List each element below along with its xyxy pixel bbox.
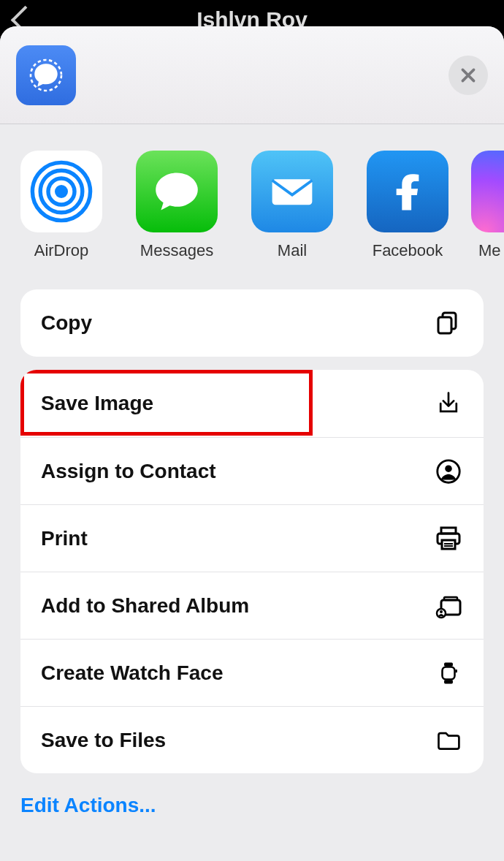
svg-point-18 (440, 610, 443, 613)
printer-icon (434, 524, 463, 553)
share-target-messages[interactable]: Messages (136, 151, 218, 260)
action-label: Save Image (41, 392, 153, 415)
share-target-label: Messages (140, 241, 213, 260)
action-label: Copy (41, 311, 92, 335)
facebook-icon (367, 151, 448, 232)
share-target-mail[interactable]: Mail (251, 151, 333, 260)
svg-point-1 (55, 185, 68, 198)
signal-app-icon (16, 45, 76, 105)
action-label: Create Watch Face (41, 661, 224, 685)
share-target-messenger[interactable]: Me (482, 151, 504, 260)
share-target-airdrop[interactable]: AirDrop (20, 151, 102, 260)
download-icon (434, 389, 463, 418)
svg-rect-20 (444, 662, 453, 666)
action-assign-to-contact[interactable]: Assign to Contact (20, 437, 484, 504)
edit-actions-button[interactable]: Edit Actions... (0, 773, 504, 817)
copy-icon (434, 308, 463, 338)
contact-icon (434, 457, 463, 486)
watch-icon (434, 659, 463, 688)
share-target-label: Mail (278, 241, 307, 260)
svg-rect-21 (444, 680, 453, 683)
mail-icon (251, 151, 333, 232)
messages-icon (136, 151, 218, 232)
messenger-icon (471, 151, 504, 232)
edit-actions-label: Edit Actions... (20, 794, 156, 816)
svg-rect-22 (455, 669, 457, 672)
svg-point-9 (445, 465, 452, 472)
action-print[interactable]: Print (20, 504, 484, 572)
svg-rect-19 (443, 667, 455, 679)
shared-album-icon (434, 591, 463, 621)
action-save-to-files[interactable]: Save to Files (20, 706, 484, 773)
share-target-label: AirDrop (34, 241, 89, 260)
action-label: Assign to Contact (41, 460, 216, 483)
action-label: Add to Shared Album (41, 594, 249, 618)
share-target-label: Me (478, 241, 504, 260)
folder-icon (434, 726, 463, 755)
action-label: Save to Files (41, 729, 166, 752)
close-icon (459, 66, 478, 85)
action-add-to-shared-album[interactable]: Add to Shared Album (20, 572, 484, 639)
action-save-image[interactable]: Save Image (20, 370, 484, 437)
action-create-watch-face[interactable]: Create Watch Face (20, 639, 484, 706)
share-target-facebook[interactable]: Facebook (367, 151, 448, 260)
action-label: Print (41, 527, 88, 550)
svg-rect-16 (444, 597, 457, 600)
action-copy[interactable]: Copy (20, 289, 484, 357)
share-apps-row: AirDrop Messages Mail (0, 124, 504, 276)
close-button[interactable] (448, 56, 488, 95)
actions-card-secondary: Save Image Assign to Contact (20, 370, 484, 773)
airdrop-icon (20, 151, 102, 232)
share-target-label: Facebook (373, 241, 443, 260)
actions-card-primary: Copy (20, 289, 484, 357)
svg-rect-7 (438, 317, 451, 333)
share-sheet-topbar (0, 26, 504, 124)
share-sheet: AirDrop Messages Mail (0, 26, 504, 861)
